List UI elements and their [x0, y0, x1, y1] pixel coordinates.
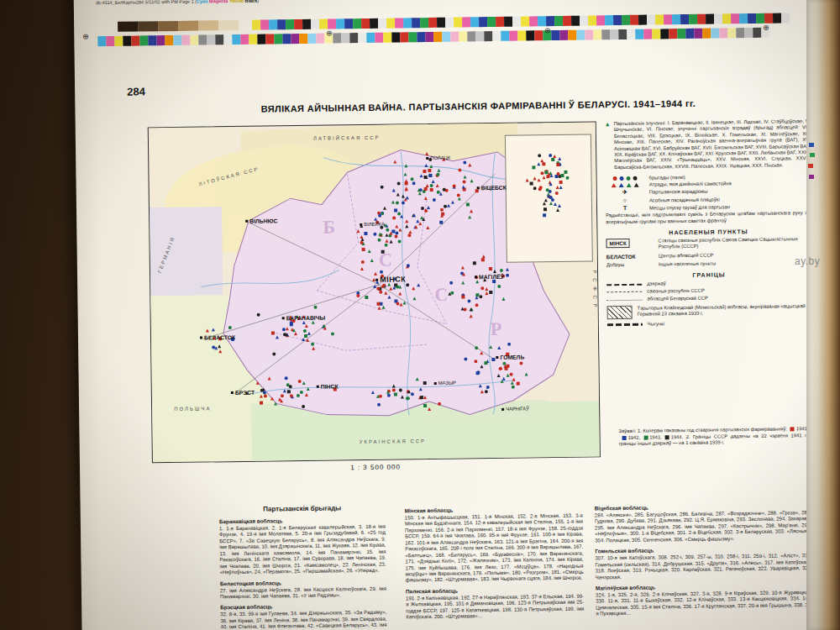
settlement-desc: Іншыя населеныя пункты	[659, 260, 716, 267]
map-marker	[554, 202, 557, 206]
map-marker	[547, 194, 550, 197]
map-marker	[404, 172, 407, 176]
color-chip	[526, 30, 534, 40]
city-name: ВІЛЬНЮС	[249, 218, 277, 223]
color-chip	[706, 14, 714, 24]
map-marker	[438, 169, 441, 172]
color-chip	[139, 35, 148, 45]
city-dot-icon	[496, 356, 498, 359]
color-chip	[173, 35, 181, 45]
railway-label: Чыгункі	[648, 321, 664, 327]
map-marker	[401, 201, 404, 204]
brigade-list-text: 324. 1-я, 325. 2-я, 326. 2-я Клічаўская,…	[596, 590, 812, 617]
map-marker	[390, 239, 393, 243]
settlement-row: БЕЛАСТОК Цэнтры абласцей СССР	[606, 251, 811, 260]
map-marker	[404, 180, 407, 183]
map-marker	[388, 296, 391, 299]
brigade-list-text: 307. 10-я імя Катоўскага, 308. 252-і, 30…	[595, 553, 811, 580]
color-chip	[370, 18, 378, 29]
map-marker	[371, 391, 375, 394]
color-chip	[689, 14, 697, 24]
map-marker	[556, 208, 559, 212]
color-chip	[131, 36, 139, 46]
color-chip	[249, 34, 257, 45]
color-chip	[781, 13, 790, 23]
color-chip	[302, 19, 311, 29]
color-chip	[336, 18, 344, 29]
map-marker	[412, 287, 415, 291]
color-chip	[459, 31, 467, 41]
watermark: ay.by	[795, 255, 820, 267]
map-marker	[404, 187, 407, 191]
color-chip	[655, 14, 664, 24]
map-marker	[283, 390, 286, 393]
map-marker	[502, 297, 506, 301]
color-chip	[341, 33, 349, 43]
atlas-page: 3b-4114_БелКарты284 5/11/02 with PM Page…	[73, 0, 821, 630]
color-chip	[711, 28, 719, 38]
map-marker	[517, 382, 520, 386]
map-marker	[362, 248, 365, 251]
map-marker	[512, 377, 516, 381]
map-marker	[540, 171, 543, 175]
color-chip	[257, 34, 265, 45]
map-marker	[561, 174, 564, 177]
map-marker	[391, 189, 395, 192]
map-marker	[394, 209, 397, 213]
map-marker	[394, 392, 397, 396]
color-chip	[727, 28, 736, 38]
map-marker	[399, 302, 402, 306]
map-marker	[497, 346, 501, 349]
map-marker	[399, 388, 402, 391]
city-name: ВІЛЕЙКА	[364, 222, 385, 227]
map-marker	[377, 403, 381, 407]
map-marker	[439, 221, 443, 224]
map-marker	[283, 333, 286, 336]
map-marker	[376, 302, 380, 306]
map-marker	[463, 176, 466, 179]
map-marker	[469, 314, 472, 318]
borders-heading: ГРАНІЦЫ	[606, 270, 811, 279]
color-chip	[580, 16, 588, 26]
map-marker	[378, 306, 381, 309]
map-marker	[463, 160, 466, 164]
color-chip	[622, 15, 630, 25]
map-marker	[519, 362, 522, 365]
color-chip	[576, 30, 585, 40]
map-marker	[282, 328, 286, 331]
map-marker	[485, 291, 488, 295]
map-marker	[271, 332, 275, 335]
city-dot-icon	[501, 407, 504, 410]
color-chip	[643, 29, 652, 39]
map-marker	[416, 377, 419, 381]
oblast-heading: Баранавіцкая вобласць	[219, 517, 386, 525]
city-name: МАГІЛЁЎ	[479, 274, 504, 280]
map-region-label: УКРАІНСКАЯ ССР	[360, 438, 426, 444]
color-chip	[252, 20, 260, 30]
map-marker	[379, 290, 382, 293]
airfield-icon: ✈	[606, 189, 644, 197]
occupied-desc: Тэрыторыя Клайпедскай (Мемельскай) вобла…	[638, 303, 812, 318]
oblast-heading: Беластоцкая вобласць	[220, 578, 386, 586]
green-triangle-icon: ▲	[605, 121, 611, 127]
map-marker	[538, 178, 541, 181]
color-chip	[260, 19, 269, 29]
border-row: абласцей Беларускай ССР	[606, 295, 811, 303]
map-marker	[424, 187, 428, 191]
map-marker	[559, 186, 563, 189]
map-marker	[414, 225, 417, 228]
legend-label: Месцы спуску грузаў для партызан	[649, 204, 730, 210]
year-color-swatch	[622, 435, 627, 439]
color-chip	[299, 34, 307, 44]
map-city-label: МАГІЛЁЎ	[475, 274, 504, 280]
color-chip	[349, 33, 358, 43]
color-chip	[420, 18, 428, 28]
map-marker	[218, 349, 222, 353]
color-chip	[521, 16, 529, 26]
map-marker	[380, 270, 383, 274]
color-chip	[395, 18, 403, 28]
map-marker	[533, 186, 536, 190]
color-chip	[492, 31, 501, 41]
map-marker	[302, 338, 305, 341]
map-marker	[484, 361, 487, 365]
